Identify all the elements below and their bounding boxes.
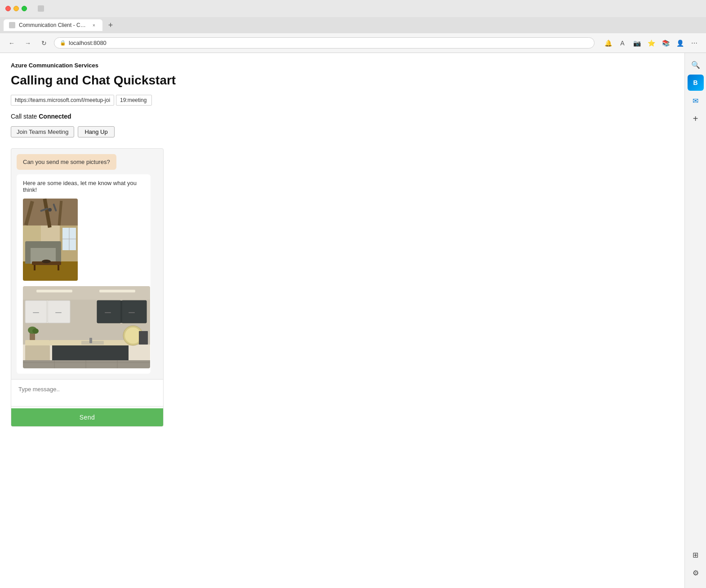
svg-rect-28 — [25, 301, 47, 323]
add-favorites-icon[interactable]: ⭐ — [645, 37, 657, 49]
settings-more-icon[interactable]: ⋯ — [688, 37, 701, 49]
meeting-url-input[interactable] — [11, 95, 114, 106]
svg-point-15 — [42, 260, 51, 263]
meeting-id-input[interactable] — [116, 95, 152, 106]
browser-actions: 🔔 A 📷 ⭐ 📚 👤 ⋯ — [602, 37, 701, 49]
svg-rect-26 — [99, 290, 135, 292]
tab-title: Communication Client - Callin... — [19, 22, 87, 28]
traffic-lights — [5, 6, 27, 11]
sidebar-outlook-button[interactable]: ✉ — [688, 93, 704, 109]
favorites-icon[interactable]: 🔔 — [602, 37, 614, 49]
chat-container: Can you send me some pictures? Here are … — [11, 148, 164, 427]
profile-icon[interactable]: 👤 — [674, 37, 686, 49]
message-input[interactable] — [11, 380, 163, 407]
svg-rect-33 — [33, 312, 39, 313]
sent-message-text: Here are some ideas, let me know what yo… — [23, 180, 144, 193]
svg-rect-39 — [81, 341, 104, 345]
chat-image-1 — [23, 199, 144, 281]
sidebar-add-button[interactable]: + — [688, 111, 704, 127]
join-teams-meeting-button[interactable]: Join Teams Meeting — [11, 126, 74, 137]
svg-rect-34 — [55, 312, 62, 313]
svg-rect-23 — [23, 286, 150, 300]
svg-rect-25 — [36, 290, 72, 292]
page-subtitle: Azure Communication Services — [11, 62, 674, 69]
refresh-button[interactable]: ↻ — [38, 37, 50, 49]
address-bar: ← → ↻ 🔒 localhost:8080 🔔 A 📷 ⭐ 📚 👤 ⋯ — [0, 33, 706, 53]
svg-rect-11 — [56, 243, 61, 264]
active-tab[interactable]: Communication Client - Callin... × — [4, 19, 102, 31]
svg-point-48 — [32, 328, 39, 334]
sidebar-grid-button[interactable]: ⊞ — [688, 547, 704, 563]
received-message: Can you send me some pictures? — [17, 154, 116, 170]
send-button[interactable]: Send — [11, 408, 163, 426]
url-inputs — [11, 95, 674, 106]
svg-rect-32 — [122, 301, 147, 323]
sidebar-bottom: ⊞ ⚙ — [688, 547, 704, 584]
maximize-window-button[interactable] — [22, 6, 27, 11]
page-content: Azure Communication Services Calling and… — [0, 53, 684, 588]
collections-icon[interactable]: 📚 — [659, 37, 672, 49]
url-text: localhost:8080 — [69, 40, 107, 46]
sidebar-settings-button[interactable]: ⚙ — [688, 565, 704, 581]
svg-rect-35 — [105, 312, 111, 313]
svg-rect-43 — [139, 331, 148, 345]
main-area: Azure Communication Services Calling and… — [0, 53, 706, 588]
title-bar — [0, 0, 706, 17]
read-aloud-icon[interactable]: A — [616, 37, 629, 49]
sent-message: Here are some ideas, let me know what yo… — [17, 174, 151, 374]
lock-icon: 🔒 — [60, 40, 66, 46]
chat-messages: Can you send me some pictures? Here are … — [11, 149, 163, 379]
edge-sidebar: 🔍 B ✉ + ⊞ ⚙ — [684, 53, 706, 588]
sidebar-search-button[interactable]: 🔍 — [688, 57, 704, 73]
received-message-text: Can you send me some pictures? — [23, 159, 110, 165]
svg-rect-44 — [25, 340, 50, 345]
minimize-window-button[interactable] — [13, 6, 19, 11]
svg-rect-13 — [34, 265, 36, 270]
back-button[interactable]: ← — [5, 37, 18, 49]
svg-point-42 — [125, 327, 141, 344]
svg-rect-29 — [48, 301, 70, 323]
svg-rect-49 — [23, 360, 150, 368]
forward-button[interactable]: → — [22, 37, 34, 49]
bing-copilot-button[interactable]: B — [688, 75, 704, 91]
svg-rect-14 — [58, 265, 59, 270]
svg-rect-31 — [97, 301, 121, 323]
call-state-label: Call state Connected — [11, 113, 674, 120]
call-state-value: Connected — [39, 113, 71, 120]
tab-favicon — [9, 22, 15, 28]
tab-bar: Communication Client - Callin... × + — [0, 17, 706, 33]
svg-point-19 — [48, 208, 52, 212]
call-buttons: Join Teams Meeting Hang Up — [11, 126, 674, 137]
hang-up-button[interactable]: Hang Up — [78, 126, 114, 137]
tab-close-button[interactable]: × — [91, 22, 97, 28]
new-tab-button[interactable]: + — [104, 19, 117, 31]
web-capture-icon[interactable]: 📷 — [631, 37, 643, 49]
sidebar-toggle-button[interactable] — [38, 5, 44, 12]
svg-rect-40 — [89, 338, 92, 343]
svg-rect-36 — [129, 312, 135, 313]
svg-rect-10 — [25, 243, 31, 264]
browser-window: Communication Client - Callin... × + ← →… — [0, 0, 706, 588]
chat-image-2 — [23, 286, 144, 368]
close-window-button[interactable] — [5, 6, 11, 11]
page-title: Calling and Chat Quickstart — [11, 73, 674, 88]
url-bar[interactable]: 🔒 localhost:8080 — [54, 37, 595, 49]
chat-input-area: Send — [11, 379, 163, 426]
